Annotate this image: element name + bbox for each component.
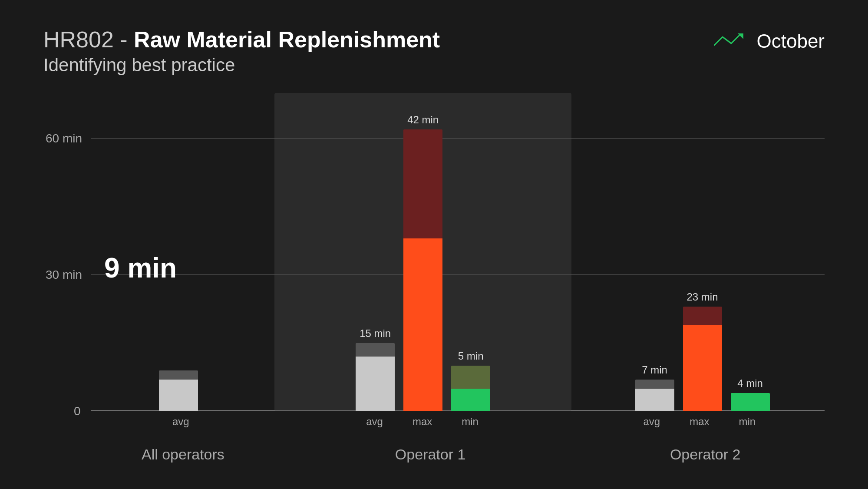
x-label-op2-max: max: [680, 416, 719, 428]
title-bold: Raw Material Replenishment: [134, 27, 440, 52]
separator: -: [114, 27, 134, 52]
subtitle: Identifying best practice: [43, 55, 440, 76]
bar-wrapper-op1-min: 5 min: [451, 366, 490, 411]
x-group-op1: avg max min: [279, 416, 566, 428]
chart-body: 60 min 30 min 0: [91, 93, 825, 435]
x-label-all-avg: avg: [161, 416, 200, 428]
bar-label-op1-min: 5 min: [458, 350, 484, 362]
bar-dark-top: [159, 370, 198, 380]
bar-op1-min-top: [451, 366, 490, 388]
y-30-label: 30 min: [46, 268, 82, 282]
bar-wrapper-op2-max: 23 min: [683, 307, 722, 411]
bar-op2-max-top: [683, 307, 722, 325]
header: HR802 - Raw Material Replenishment Ident…: [43, 26, 825, 76]
x-label-op2-avg: avg: [632, 416, 671, 428]
code-label: HR802: [43, 27, 114, 52]
separator-space-2: [571, 93, 580, 411]
group-label-op1: Operator 1: [284, 446, 578, 463]
group-label-op2: Operator 2: [586, 446, 825, 463]
x-label-op1-max: max: [403, 416, 442, 428]
header-right: October: [714, 30, 825, 52]
bars-canvas: 60 min 30 min 0: [91, 93, 825, 411]
bar-wrapper-op2-min: 4 min: [731, 393, 770, 411]
trend-icon: [714, 33, 749, 50]
bar-label-op2-min: 4 min: [737, 377, 763, 390]
bar-label-op1-avg: 15 min: [360, 327, 391, 340]
x-group-all: avg: [91, 416, 271, 428]
chart-area: 60 min 30 min 0: [43, 93, 825, 463]
x-group-op2: avg max min: [574, 416, 825, 428]
x-label-op2-min: min: [728, 416, 767, 428]
separator-space-1: [266, 93, 274, 411]
group-operator2: 7 min 23 min: [580, 93, 825, 411]
page-container: HR802 - Raw Material Replenishment Ident…: [0, 0, 868, 489]
bar-wrapper-op1-max: 42 min: [403, 129, 442, 411]
title-line1: HR802 - Raw Material Replenishment: [43, 26, 440, 53]
y-60-label: 60 min: [46, 132, 82, 145]
y-0-label: 0: [74, 404, 81, 418]
bar-op2-avg-top: [635, 380, 674, 389]
bar-label-op2-max: 23 min: [686, 291, 718, 303]
bar-light-bottom: [159, 380, 198, 411]
bar-wrapper-op1-avg: 15 min: [356, 343, 395, 411]
x-label-op1-avg: avg: [355, 416, 394, 428]
group-label-all: All operators: [91, 446, 275, 463]
bar-op2-max-bot: [683, 325, 722, 411]
group-labels-row: All operators Operator 1 Operator 2: [43, 446, 825, 463]
bar-op2-avg-bot: [635, 389, 674, 411]
bar-wrapper-op2-avg: 7 min: [635, 380, 674, 411]
bar-wrapper-avg: [159, 370, 198, 411]
group-all-operators: 9 min: [91, 93, 266, 411]
group-operator1: 15 min 42 min: [274, 93, 571, 411]
bar-op1-min-bot: [451, 389, 490, 411]
bar-op1-max-bot: [403, 238, 442, 411]
x-axis-row: avg avg max min avg max min: [91, 411, 825, 435]
bar-label-op1-max: 42 min: [407, 114, 439, 126]
month-label: October: [756, 30, 825, 52]
bar-op1-avg-bot: [356, 357, 395, 411]
x-label-op1-min: min: [451, 416, 490, 428]
bar-op1-avg-top: [356, 343, 395, 357]
bar-op1-max-top: [403, 129, 442, 238]
groups-container: 9 min: [91, 93, 825, 411]
bar-stack-all-avg: [159, 370, 198, 411]
title-block: HR802 - Raw Material Replenishment Ident…: [43, 26, 440, 76]
big-value-label: 9 min: [104, 252, 177, 284]
bar-label-op2-avg: 7 min: [642, 364, 667, 376]
bar-op2-min-top: [731, 393, 770, 411]
